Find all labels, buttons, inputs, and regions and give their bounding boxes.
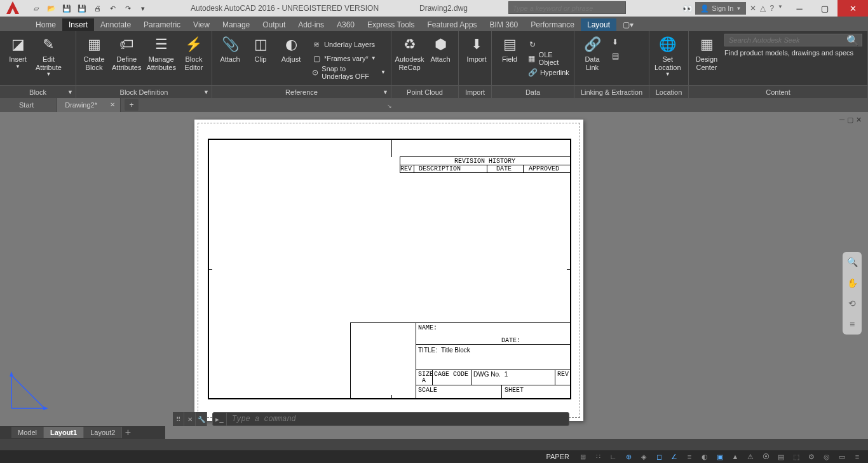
tab-layout[interactable]: Layout [581,18,616,31]
design-center-button[interactable]: ▦Design Center [691,32,722,84]
tab-home[interactable]: Home [29,18,62,31]
pc-attach-button[interactable]: ⬢Attach [425,32,456,84]
create-block-button[interactable]: ▦Create Block [79,32,109,84]
exchange-icon[interactable]: ✕ [750,4,756,13]
polar-icon[interactable]: ⊕ [621,451,635,462]
command-line[interactable]: ▸_ [212,412,569,426]
ole-button[interactable]: ▦OLE Object [525,52,572,66]
panel-blockdef-title[interactable]: Block Definition▼ [76,85,212,98]
datalink-button[interactable]: 🔗Data Link [577,32,607,84]
customize-status-icon[interactable]: ≡ [850,451,864,462]
updatefields-button[interactable]: ↻ [525,38,572,52]
doctab-start[interactable]: Start [11,98,57,112]
cmd-handle-icon[interactable]: ⠿ [173,412,184,426]
zoom-icon[interactable]: 🔍 [847,257,858,267]
hwacc-icon[interactable]: ⚙ [804,451,818,462]
signin-button[interactable]: 👤 Sign In ▼ [695,2,746,15]
cleanscreen-icon[interactable]: ▭ [835,451,849,462]
insert-block-button[interactable]: ◪ Insert▼ [3,32,33,84]
qat-save-icon[interactable]: 💾 [60,1,74,15]
setlocation-button[interactable]: 🌐Set Location▼ [652,32,684,84]
help-dropdown-icon[interactable]: ▼ [778,4,783,13]
qat-new-icon[interactable]: ▱ [29,1,43,15]
snapmode-icon[interactable]: ∷ [591,451,605,462]
cmd-close-icon[interactable]: ✕ [184,412,196,426]
frames-button[interactable]: ▢*Frames vary* ▼ [309,52,388,66]
tab-annotate[interactable]: Annotate [94,18,137,31]
navigation-bar[interactable]: 🔍 ✋ ⟲ ≡ [843,252,862,335]
field-button[interactable]: ▤Field [494,32,525,84]
cmd-customize-icon[interactable]: 🔧 [196,412,207,426]
clip-button[interactable]: ◫Clip [245,32,276,84]
drawing-canvas[interactable]: ─ ▢ ✕ REVISION HISTORY REV DESCRIPTION D… [0,112,868,439]
tab-featured[interactable]: Featured Apps [421,18,484,31]
add-layout-button[interactable]: + [122,427,133,438]
attach-button[interactable]: 📎Attach [215,32,245,84]
search-input[interactable] [509,3,625,14]
doctab-drawing[interactable]: Drawing2*✕ [57,98,121,112]
new-doctab-button[interactable]: + [125,99,139,111]
tab-contextual-icon[interactable]: ▢▾ [616,18,640,31]
viewport-minimize-icon[interactable]: ─ [839,116,844,124]
qat-dropdown-icon[interactable]: ▾ [136,1,150,15]
paper-space[interactable]: REVISION HISTORY REV DESCRIPTION DATE AP… [194,120,583,421]
grid-icon[interactable]: ⊞ [576,451,590,462]
qat-redo-icon[interactable]: ↷ [121,1,135,15]
command-input[interactable] [227,415,569,424]
qat-saveas-icon[interactable]: 💾 [75,1,89,15]
infocenter-search[interactable] [508,1,626,14]
annomonitor-icon[interactable]: ⚠ [743,451,757,462]
ortho-icon[interactable]: ∟ [606,451,620,462]
tab-output[interactable]: Output [256,18,292,31]
nav-menu-icon[interactable]: ≡ [850,319,855,329]
panel-reference-title[interactable]: Reference▼↘ [212,85,391,98]
a360-icon[interactable]: △ [760,4,766,13]
manage-attributes-button[interactable]: ☰Manage Attributes [144,32,178,84]
qat-open-icon[interactable]: 📂 [44,1,58,15]
seek-search[interactable]: 🔍 [724,34,862,46]
app-logo[interactable] [4,0,23,18]
command-prompt-icon[interactable]: ▸_ [213,412,227,426]
recap-button[interactable]: ♻Autodesk ReCap [394,32,425,84]
hyperlink-button[interactable]: 🔗Hyperlink [525,66,572,79]
tab-express[interactable]: Express Tools [361,18,421,31]
edit-attribute-button[interactable]: ✎ Edit Attribute▼ [33,32,64,84]
panel-block-title[interactable]: Block▼ [0,85,76,98]
adjust-button[interactable]: ◐Adjust [276,32,306,84]
tab-manage[interactable]: Manage [216,18,256,31]
isodraft-icon[interactable]: ◈ [637,451,651,462]
qat-undo-icon[interactable]: ↶ [105,1,119,15]
tab-view[interactable]: View [187,18,216,31]
search-icon[interactable]: 🔍 [844,34,862,46]
block-editor-button[interactable]: ⚡Block Editor [179,32,209,84]
dialog-launcher-icon[interactable]: ↘ [387,103,392,109]
snap-underlays-button[interactable]: ⊙Snap to Underlays OFF ▼ [309,66,388,79]
import-button[interactable]: ⬇Import [461,32,492,84]
orbit-icon[interactable]: ⟲ [848,298,856,308]
viewport-maximize-icon[interactable]: ▢ [847,116,853,124]
help-icon[interactable]: ? [770,4,774,13]
tab-a360[interactable]: A360 [330,18,361,31]
lineweight-icon[interactable]: ≡ [682,451,696,462]
space-indicator[interactable]: PAPER [544,453,572,460]
tab-bim360[interactable]: BIM 360 [484,18,525,31]
qat-plot-icon[interactable]: 🖨 [90,1,104,15]
layout-tab-layout2[interactable]: Layout2 [84,427,122,438]
isolate-icon[interactable]: ◎ [820,451,834,462]
search-binoculars-icon[interactable]: 👀 [682,4,693,13]
seek-input[interactable] [725,36,844,44]
layout-tab-layout1[interactable]: Layout1 [44,427,84,438]
transparency-icon[interactable]: ◐ [698,451,712,462]
extract-button[interactable]: ▤ [607,49,623,63]
ucs-icon[interactable] [6,369,51,413]
tab-insert[interactable]: Insert [62,18,94,31]
tab-parametric[interactable]: Parametric [137,18,187,31]
maximize-button[interactable]: ▢ [812,0,837,17]
viewport-close-icon[interactable]: ✕ [856,116,862,124]
tab-performance[interactable]: Performance [524,18,581,31]
define-attributes-button[interactable]: 🏷Define Attributes [109,32,144,84]
tab-addins[interactable]: Add-ins [292,18,330,31]
units-icon[interactable]: ⦿ [759,451,773,462]
download-link-button[interactable]: ⬇ [607,35,623,49]
close-icon[interactable]: ✕ [110,99,115,111]
